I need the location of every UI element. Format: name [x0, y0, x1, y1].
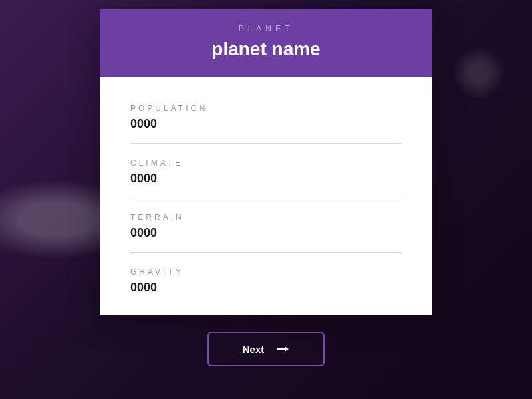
eyebrow: PLANET: [113, 24, 419, 33]
field-label: GRAVITY: [130, 267, 402, 277]
field-label: CLIMATE: [130, 158, 402, 168]
field-value: 0000: [130, 172, 402, 186]
field-label: POPULATION: [130, 104, 402, 113]
arrow-right-icon: [276, 346, 289, 352]
nav-row: Next: [207, 332, 325, 366]
planet-card: PLANET planet name POPULATION 0000 CLIMA…: [100, 9, 432, 315]
page-title: planet name: [113, 39, 419, 60]
field-value: 0000: [130, 226, 402, 240]
field-population: POPULATION 0000: [130, 97, 402, 143]
next-button-label: Next: [243, 344, 265, 355]
svg-marker-1: [285, 346, 289, 352]
card-header: PLANET planet name: [100, 9, 432, 77]
field-value: 0000: [130, 117, 402, 131]
field-terrain: TERRAIN 0000: [130, 198, 402, 252]
field-value: 0000: [130, 281, 402, 295]
field-climate: CLIMATE 0000: [130, 143, 402, 198]
field-label: TERRAIN: [130, 213, 402, 222]
next-button[interactable]: Next: [207, 332, 325, 366]
field-gravity: GRAVITY 0000: [130, 252, 402, 295]
card-body: POPULATION 0000 CLIMATE 0000 TERRAIN 000…: [100, 77, 432, 315]
